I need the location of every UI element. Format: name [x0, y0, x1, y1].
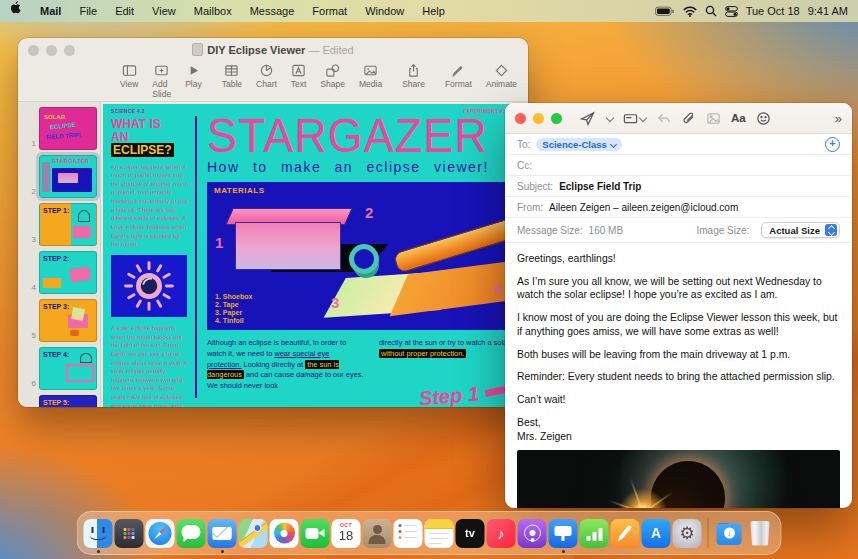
menu-bar-clock[interactable]: 9:41 AM	[808, 5, 848, 17]
dock-numbers-icon[interactable]	[580, 519, 609, 548]
slide-navigator: 1 SOLAR ECLIPSE FIELD TRIP! 2 STARGAZER …	[18, 102, 101, 407]
slide-thumbnail-2[interactable]: 2 STARGAZER	[26, 155, 100, 198]
share-button[interactable]: Share	[396, 61, 431, 91]
shape-button[interactable]: Shape	[314, 61, 351, 91]
mail-compose-window: Aa » To: Science-Class + Cc: Subject: Ec…	[505, 103, 852, 508]
dock-reminders-icon[interactable]	[394, 519, 423, 548]
subject-field[interactable]: Subject: Eclipse Field Trip	[505, 176, 852, 197]
animate-button[interactable]: Animate	[480, 61, 523, 91]
slide-thumbnail-6[interactable]: 6 STEP 4:	[26, 347, 100, 390]
slide-5-thumb: STEP 3:	[39, 299, 97, 342]
dock-contacts-icon[interactable]	[363, 519, 392, 548]
subject-value: Eclipse Field Trip	[559, 181, 641, 192]
column-divider	[195, 116, 197, 398]
text-button[interactable]: Text	[285, 61, 313, 91]
dock-maps-icon[interactable]	[239, 519, 268, 548]
dock-mail-icon[interactable]	[208, 519, 237, 548]
slide-thumbnail-3[interactable]: 3 STEP 1:	[26, 203, 100, 246]
body-paragraph: Can’t wait!	[517, 393, 840, 407]
dock-settings-icon[interactable]: ⚙	[673, 519, 702, 548]
dock-music-icon[interactable]: ♪	[487, 519, 516, 548]
dock-calendar-icon[interactable]: OCT18	[332, 519, 361, 548]
dock-appletv-icon[interactable]: tv	[456, 519, 485, 548]
send-button[interactable]	[580, 111, 595, 126]
dock-photos-icon[interactable]	[270, 519, 299, 548]
dock-safari-icon[interactable]	[146, 519, 175, 548]
control-center-icon[interactable]	[725, 6, 738, 17]
chart-button[interactable]: Chart	[250, 61, 283, 91]
add-recipient-button[interactable]: +	[825, 137, 840, 152]
message-size-value: 160 MB	[589, 225, 623, 236]
running-indicator	[221, 550, 224, 553]
menu-message[interactable]: Message	[241, 0, 304, 22]
battery-icon[interactable]	[655, 6, 675, 17]
wifi-icon[interactable]	[683, 6, 697, 17]
dock-downloads-icon[interactable]: ↓	[715, 519, 744, 548]
send-options-chevron-icon[interactable]	[606, 114, 614, 122]
menu-mail[interactable]: Mail	[31, 0, 70, 22]
media-icon	[363, 63, 378, 78]
dock-appstore-icon[interactable]: A	[642, 519, 671, 548]
thumb-graphic	[66, 364, 94, 382]
dock-launchpad-icon[interactable]	[115, 519, 144, 548]
image-size-popup[interactable]: Actual Size	[761, 222, 840, 238]
document-proxy-icon[interactable]	[192, 43, 203, 56]
insert-photo-button[interactable]	[706, 111, 721, 126]
format-button[interactable]: Format	[439, 61, 478, 91]
slide-3-thumb: STEP 1:	[39, 203, 97, 246]
view-button[interactable]: View	[114, 61, 144, 91]
dock-trash-icon[interactable]	[746, 519, 775, 548]
body-signoff: Best,	[517, 416, 840, 430]
emoji-button[interactable]	[756, 111, 771, 126]
message-body[interactable]: Greetings, earthlings! As I’m sure you a…	[505, 243, 852, 447]
play-button[interactable]: Play	[179, 61, 208, 91]
menu-file[interactable]: File	[70, 0, 106, 22]
menu-bar-date[interactable]: Tue Oct 18	[746, 5, 800, 17]
toolbar-overflow-button[interactable]: »	[835, 111, 842, 126]
dock-facetime-icon[interactable]	[301, 519, 330, 548]
format-button[interactable]: Aa	[731, 112, 746, 124]
attach-button[interactable]	[681, 111, 696, 126]
body-paragraph: Both buses will be leaving from the main…	[517, 348, 840, 362]
calendar-face: OCT18	[332, 519, 361, 548]
dock-finder-icon[interactable]	[84, 519, 113, 548]
slide-thumbnail-7[interactable]: 7 STEP 5:	[26, 395, 100, 407]
to-field[interactable]: To: Science-Class +	[505, 134, 852, 155]
eclipse-photo-attachment[interactable]	[517, 450, 840, 508]
recipient-token[interactable]: Science-Class	[536, 138, 621, 151]
slide-2-thumb: STARGAZER	[39, 155, 97, 198]
stepper-icon	[825, 224, 837, 236]
menu-mailbox[interactable]: Mailbox	[185, 0, 241, 22]
slide-canvas[interactable]: SCIENCE 4.2 EXPERIMENT #11 WHAT ISAN ECL…	[103, 104, 525, 407]
dock-pages-icon[interactable]	[611, 519, 640, 548]
close-button[interactable]	[515, 113, 526, 124]
dock-notes-icon[interactable]	[425, 519, 454, 548]
menu-view[interactable]: View	[143, 0, 185, 22]
trash-bin	[750, 521, 771, 546]
reply-indicator-button[interactable]	[656, 111, 671, 126]
solar-eclipse-illustration	[123, 260, 175, 312]
menu-help[interactable]: Help	[413, 0, 454, 22]
menu-edit[interactable]: Edit	[106, 0, 143, 22]
apple-menu[interactable]	[0, 0, 31, 22]
add-slide-button[interactable]: Add Slide	[146, 61, 177, 101]
cc-field[interactable]: Cc:	[505, 155, 852, 176]
search-icon[interactable]	[705, 5, 717, 17]
eclipse-paragraph-2: A solar eclipse happens when the moon bl…	[111, 324, 189, 407]
document-button[interactable]: Document	[525, 61, 528, 91]
slide-thumbnail-1[interactable]: 1 SOLAR ECLIPSE FIELD TRIP!	[26, 107, 100, 150]
dock-podcasts-icon[interactable]	[518, 519, 547, 548]
header-fields-button[interactable]	[623, 111, 646, 126]
dock-keynote-icon[interactable]	[549, 519, 578, 548]
dock-messages-icon[interactable]	[177, 519, 206, 548]
slide-thumbnail-4[interactable]: 4 STEP 2:	[26, 251, 100, 294]
zoom-button[interactable]	[551, 113, 562, 124]
table-button[interactable]: Table	[216, 61, 248, 91]
menu-window[interactable]: Window	[356, 0, 413, 22]
media-button[interactable]: Media	[353, 61, 388, 91]
reminders-list	[394, 519, 423, 548]
menu-format[interactable]: Format	[303, 0, 356, 22]
minimize-button[interactable]	[533, 113, 544, 124]
slide-thumbnail-5[interactable]: 5 STEP 3:	[26, 299, 100, 342]
from-field[interactable]: From: Aileen Zeigen – aileen.zeigen@iclo…	[505, 197, 852, 218]
